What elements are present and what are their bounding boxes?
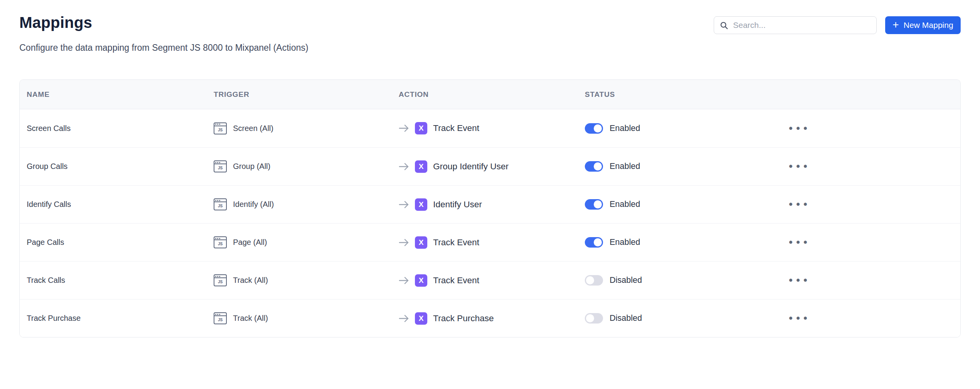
status-label: Enabled	[610, 124, 640, 133]
column-header-name: Name	[20, 90, 214, 99]
right-arrow-icon	[399, 124, 409, 133]
js-source-icon-label: JS	[214, 240, 226, 248]
mapping-action-cell: X Track Event	[399, 122, 585, 134]
row-menu-cell: •••	[775, 311, 960, 326]
row-menu-cell: •••	[775, 159, 960, 174]
mapping-status-cell: Disabled	[585, 313, 775, 324]
column-header-trigger: Trigger	[214, 90, 399, 99]
js-source-icon-label: JS	[214, 278, 226, 286]
mixpanel-icon: X	[415, 122, 427, 134]
mapping-action: Track Event	[433, 275, 479, 286]
status-toggle[interactable]	[585, 123, 603, 134]
mapping-trigger-cell: JS Identify (All)	[214, 198, 399, 210]
mapping-name: Group Calls	[20, 162, 214, 171]
mappings-table: Name Trigger Action Status Screen Calls …	[19, 79, 961, 337]
mapping-action-cell: X Track Purchase	[399, 312, 585, 325]
js-source-icon: JS	[214, 122, 227, 134]
mapping-status-cell: Enabled	[585, 199, 775, 210]
mixpanel-icon: X	[415, 274, 427, 287]
page-subtitle: Configure the data mapping from Segment …	[19, 43, 308, 53]
mapping-status-cell: Disabled	[585, 275, 775, 286]
mapping-status-cell: Enabled	[585, 237, 775, 248]
search-icon	[720, 21, 728, 30]
mapping-name: Screen Calls	[20, 124, 214, 133]
search-input[interactable]	[733, 21, 871, 30]
mapping-trigger-cell: JS Group (All)	[214, 160, 399, 172]
status-toggle[interactable]	[585, 237, 603, 248]
row-menu-cell: •••	[775, 121, 960, 136]
right-arrow-icon	[399, 238, 409, 247]
more-options-icon[interactable]: •••	[786, 235, 811, 250]
mapping-trigger-cell: JS Track (All)	[214, 274, 399, 286]
mapping-trigger-cell: JS Track (All)	[214, 312, 399, 324]
js-source-icon: JS	[214, 198, 227, 210]
row-menu-cell: •••	[775, 235, 960, 250]
page-title: Mappings	[19, 14, 92, 31]
mapping-action-cell: X Track Event	[399, 274, 585, 287]
table-row: Screen Calls JS Screen (All) X Track Eve…	[20, 109, 960, 147]
table-row: Track Purchase JS Track (All) X Track Pu…	[20, 299, 960, 337]
status-toggle[interactable]	[585, 313, 603, 324]
mapping-status-cell: Enabled	[585, 123, 775, 134]
js-source-icon: JS	[214, 312, 227, 324]
more-options-icon[interactable]: •••	[786, 197, 811, 212]
table-header-row: Name Trigger Action Status	[20, 80, 960, 109]
js-source-icon-label: JS	[214, 316, 226, 324]
status-toggle[interactable]	[585, 199, 603, 210]
table-row: Track Calls JS Track (All) X Track Event…	[20, 261, 960, 299]
right-arrow-icon	[399, 276, 409, 285]
status-toggle[interactable]	[585, 161, 603, 172]
right-arrow-icon	[399, 200, 409, 209]
status-label: Enabled	[610, 162, 640, 171]
js-source-icon: JS	[214, 160, 227, 172]
mapping-action: Track Event	[433, 238, 479, 248]
js-source-icon: JS	[214, 236, 227, 248]
more-options-icon[interactable]: •••	[786, 273, 811, 288]
mapping-trigger: Track (All)	[233, 276, 268, 285]
mapping-action: Identify User	[433, 200, 482, 210]
mapping-trigger: Group (All)	[233, 162, 271, 171]
mappings-page: Mappings Configure the data mapping from…	[0, 0, 980, 389]
mapping-action: Group Identify User	[433, 162, 509, 172]
mapping-trigger: Page (All)	[233, 238, 267, 247]
status-label: Disabled	[610, 275, 642, 285]
status-label: Disabled	[610, 313, 642, 323]
table-row: Identify Calls JS Identify (All) X Ident…	[20, 185, 960, 223]
mixpanel-icon: X	[415, 160, 427, 173]
mixpanel-icon: X	[415, 198, 427, 211]
js-source-icon-label: JS	[214, 164, 226, 172]
more-options-icon[interactable]: •••	[786, 159, 811, 174]
column-header-action: Action	[399, 90, 585, 99]
mapping-trigger-cell: JS Page (All)	[214, 236, 399, 248]
mapping-name: Page Calls	[20, 238, 214, 247]
js-source-icon-label: JS	[214, 202, 226, 210]
js-source-icon: JS	[214, 274, 227, 286]
mapping-action-cell: X Identify User	[399, 198, 585, 211]
mapping-name: Identify Calls	[20, 200, 214, 209]
mapping-action: Track Purchase	[433, 313, 494, 324]
row-menu-cell: •••	[775, 197, 960, 212]
mapping-trigger: Screen (All)	[233, 124, 273, 133]
status-label: Enabled	[610, 238, 640, 247]
mixpanel-icon: X	[415, 312, 427, 325]
mapping-action-cell: X Track Event	[399, 236, 585, 249]
mapping-action: Track Event	[433, 123, 479, 133]
mapping-name: Track Purchase	[20, 314, 214, 323]
search-box	[714, 16, 877, 34]
mapping-trigger: Identify (All)	[233, 200, 274, 209]
new-mapping-button-label: New Mapping	[903, 21, 953, 30]
mapping-trigger: Track (All)	[233, 314, 268, 323]
table-body: Screen Calls JS Screen (All) X Track Eve…	[20, 109, 960, 337]
more-options-icon[interactable]: •••	[786, 311, 811, 326]
mixpanel-icon: X	[415, 236, 427, 249]
status-label: Enabled	[610, 200, 640, 209]
new-mapping-button[interactable]: + New Mapping	[885, 16, 961, 34]
mapping-action-cell: X Group Identify User	[399, 160, 585, 173]
table-row: Page Calls JS Page (All) X Track Event E…	[20, 223, 960, 261]
mapping-trigger-cell: JS Screen (All)	[214, 122, 399, 134]
table-row: Group Calls JS Group (All) X Group Ident…	[20, 147, 960, 185]
js-source-icon-label: JS	[214, 126, 226, 134]
mapping-name: Track Calls	[20, 276, 214, 285]
status-toggle[interactable]	[585, 275, 603, 286]
more-options-icon[interactable]: •••	[786, 121, 811, 136]
